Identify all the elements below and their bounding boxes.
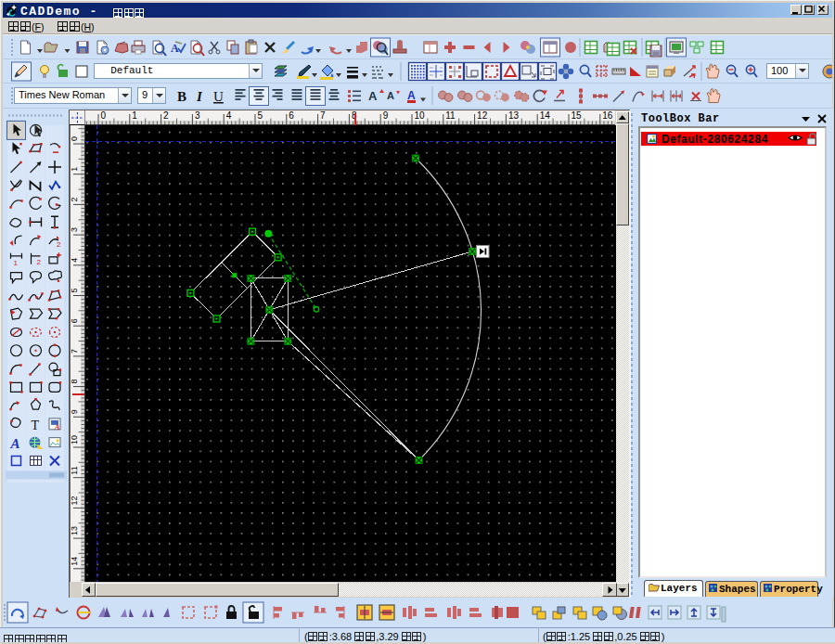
svg-text:13: 13 [508,110,520,121]
svg-text:U: U [213,89,224,104]
svg-text:9: 9 [383,110,389,121]
svg-text:A: A [10,436,20,451]
svg-text:8: 8 [70,380,79,384]
svg-text:13: 13 [70,526,79,535]
svg-text:6: 6 [70,318,79,323]
svg-text:1: 1 [70,167,79,172]
svg-text:5: 5 [70,288,79,292]
svg-text:5: 5 [258,110,263,121]
svg-text:A: A [368,89,378,103]
svg-text:12: 12 [70,496,79,505]
svg-text:A: A [171,42,179,55]
svg-text:1: 1 [14,259,19,267]
svg-text:6: 6 [289,110,294,121]
svg-text:A: A [407,89,416,102]
svg-text:10: 10 [70,435,79,444]
svg-text:3: 3 [195,110,200,121]
svg-text:0: 0 [101,110,107,121]
svg-text:11: 11 [445,110,456,121]
svg-text:A: A [387,90,394,101]
svg-text:T: T [32,419,40,432]
svg-text:7: 7 [70,349,79,354]
svg-text:2: 2 [37,258,42,266]
svg-text:11: 11 [70,466,79,474]
svg-text:3: 3 [70,227,79,232]
svg-text:4: 4 [70,258,79,263]
svg-text:A: A [54,423,60,431]
svg-text:2: 2 [163,110,169,121]
svg-text:2: 2 [57,240,61,249]
svg-text:16: 16 [602,110,613,121]
svg-text:0: 0 [70,136,79,141]
svg-text:15: 15 [572,110,583,121]
svg-text:I: I [196,89,203,104]
svg-text:2: 2 [70,197,79,201]
svg-text:1: 1 [132,110,137,121]
svg-text:7: 7 [320,110,326,121]
svg-text:B: B [177,89,186,104]
svg-text:10: 10 [415,110,426,121]
svg-text:14: 14 [70,557,79,566]
svg-text:14: 14 [540,110,551,121]
svg-text:4: 4 [226,110,232,121]
svg-text:12: 12 [477,110,488,121]
svg-text:9: 9 [70,409,79,414]
